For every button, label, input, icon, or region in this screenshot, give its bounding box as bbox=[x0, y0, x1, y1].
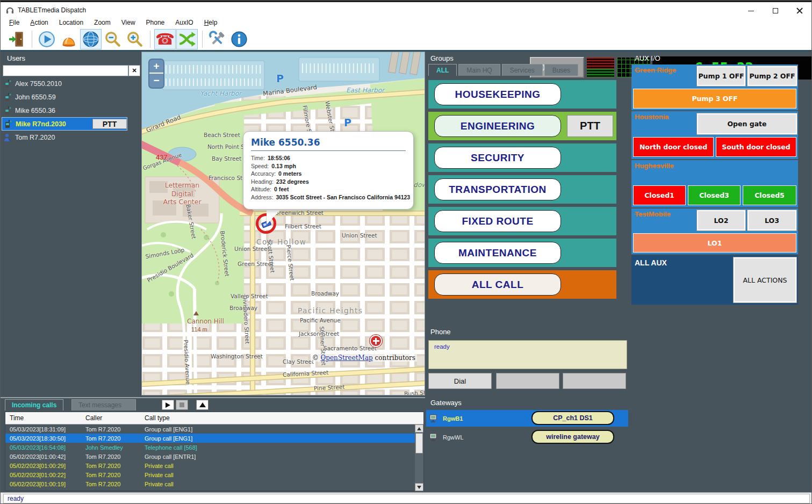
maximize-icon bbox=[773, 8, 778, 13]
group-call-button[interactable]: FIXED ROUTE bbox=[434, 210, 561, 232]
menu-view[interactable]: View bbox=[116, 17, 141, 28]
zoom-in-button[interactable] bbox=[124, 29, 146, 49]
map[interactable]: Yacht Harbor East Harbor Marina Boulevar… bbox=[141, 52, 425, 395]
osm-link[interactable]: OpenStreetMap bbox=[320, 354, 372, 362]
scroll-up-arrow[interactable] bbox=[415, 424, 423, 433]
tab-text-messages[interactable]: Text messages bbox=[71, 399, 136, 411]
aux-button[interactable]: Pump 2 OFF bbox=[748, 66, 797, 86]
menu-file[interactable]: File bbox=[4, 17, 25, 28]
group-row: ENGINEERING PTT bbox=[428, 112, 616, 140]
group-call-button[interactable]: TRANSPORTATION bbox=[434, 178, 561, 200]
aux-button[interactable]: LO2 bbox=[697, 210, 745, 231]
call-row[interactable]: 05/02/2023[01:00:42]Tom R7.2020Group cal… bbox=[5, 452, 415, 461]
zoom-in-icon bbox=[126, 30, 144, 48]
tab-main-hq[interactable]: Main HQ bbox=[458, 64, 500, 76]
dial-button[interactable]: Dial bbox=[428, 373, 492, 389]
user-item[interactable]: Alex 7550.2010 bbox=[2, 77, 127, 90]
scroll-down-arrow[interactable] bbox=[415, 483, 423, 491]
start-button[interactable] bbox=[36, 29, 58, 49]
aux-button[interactable]: Open gate bbox=[697, 113, 797, 134]
scroll-thumb[interactable] bbox=[415, 433, 423, 453]
aux-button[interactable]: LO1 bbox=[633, 233, 796, 253]
call-row[interactable]: 05/02/2023[01:00:29]Tom R7.2020Private c… bbox=[5, 461, 415, 470]
all-actions-button[interactable]: ALL ACTIONS bbox=[734, 257, 796, 303]
user-name: Mike R7nd.2030 bbox=[16, 120, 66, 128]
phone-button-3[interactable] bbox=[563, 373, 626, 389]
gateway-channel-button[interactable]: wireline gateway bbox=[531, 430, 614, 444]
stop-button[interactable] bbox=[176, 400, 188, 410]
group-row: TRANSPORTATION bbox=[428, 175, 616, 204]
crosspatch-button[interactable] bbox=[176, 29, 198, 49]
popup-tail bbox=[267, 208, 282, 225]
search-clear-button[interactable]: ✕ bbox=[128, 65, 140, 76]
aux-section-green-ridge: Green Ridge Pump 1 OFF Pump 2 OFF Pump 3… bbox=[631, 64, 798, 110]
menu-help[interactable]: Help bbox=[199, 17, 223, 28]
tab-services[interactable]: Services bbox=[502, 64, 543, 76]
call-row[interactable]: 05/02/2023[01:00:19]Tom R7.2020Private c… bbox=[5, 479, 415, 488]
user-ptt-button[interactable]: PTT bbox=[92, 119, 127, 129]
group-call-button[interactable]: HOUSEKEEPING bbox=[434, 83, 561, 105]
map-globe-button[interactable] bbox=[80, 29, 102, 49]
tab-all[interactable]: ALL bbox=[428, 64, 457, 76]
map-base bbox=[142, 52, 425, 395]
column-header[interactable]: Caller bbox=[81, 414, 140, 422]
aux-button[interactable]: LO3 bbox=[748, 210, 796, 231]
call-row[interactable]: 05/03/2023[16:54:08]John SmedleyTelephon… bbox=[5, 443, 415, 452]
users-search-input[interactable] bbox=[3, 65, 128, 76]
phone-button-2[interactable] bbox=[496, 373, 559, 389]
aux-button[interactable]: Pump 3 OFF bbox=[633, 89, 796, 109]
tab-buses[interactable]: Buses bbox=[544, 64, 578, 76]
phone-call-button[interactable] bbox=[154, 29, 176, 49]
aux-button[interactable]: Closed3 bbox=[688, 185, 741, 205]
tab-incoming-calls[interactable]: Incoming calls bbox=[5, 399, 63, 411]
tools-button[interactable] bbox=[206, 29, 228, 49]
group-call-button[interactable]: ENGINEERING bbox=[434, 115, 561, 137]
menu-action[interactable]: Action bbox=[25, 17, 53, 28]
gateway-name: RgwB1 bbox=[443, 415, 463, 422]
popup-field: Address:3035 Scott Street - San Francisc… bbox=[251, 194, 406, 200]
aux-button[interactable]: Closed1 bbox=[633, 185, 686, 205]
menu-location[interactable]: Location bbox=[54, 17, 89, 28]
menu-phone[interactable]: Phone bbox=[141, 17, 170, 28]
close-button[interactable] bbox=[787, 4, 811, 18]
crossover-arrows-icon bbox=[178, 30, 196, 48]
info-button[interactable] bbox=[228, 29, 250, 49]
radio-user-icon bbox=[4, 93, 11, 102]
parking-icon: P bbox=[344, 117, 351, 128]
scrollbar[interactable] bbox=[415, 424, 423, 491]
user-item[interactable]: Mike 6550.36 bbox=[2, 104, 127, 117]
call-row[interactable]: 05/03/2023[18:31:09]Tom R7.2020Group cal… bbox=[5, 424, 415, 434]
menu-auxio[interactable]: AuxIO bbox=[170, 17, 198, 28]
gateway-row[interactable]: RgwWL wireline gateway bbox=[426, 429, 628, 445]
maximize-button[interactable] bbox=[763, 4, 787, 18]
map-zoom-out-button[interactable]: − bbox=[149, 74, 163, 88]
column-header[interactable]: Time bbox=[5, 414, 81, 422]
aux-site-title: Hughesville bbox=[635, 162, 674, 170]
minimize-button[interactable] bbox=[739, 4, 763, 18]
exit-door-button[interactable] bbox=[6, 29, 27, 49]
user-item[interactable]: Tom R7.2020 bbox=[2, 131, 127, 144]
user-item-selected[interactable]: Mike R7nd.2030 PTT bbox=[2, 117, 127, 131]
aux-button[interactable]: South door closed bbox=[716, 137, 796, 157]
gateway-row[interactable]: RgwB1 CP_ch1 DS1 bbox=[426, 410, 628, 427]
collapse-up-button[interactable] bbox=[196, 400, 209, 410]
play-button[interactable] bbox=[162, 400, 174, 410]
aux-button[interactable]: Closed5 bbox=[743, 185, 796, 205]
zoom-out-button[interactable] bbox=[102, 29, 124, 49]
aux-button[interactable]: Pump 1 OFF bbox=[697, 66, 745, 86]
call-row[interactable]: 05/02/2023[01:00:22]Tom R7.2020Private c… bbox=[5, 470, 415, 479]
aux-header: AUX I/O bbox=[635, 54, 660, 62]
alert-siren-button[interactable] bbox=[58, 29, 80, 49]
all-call-button[interactable]: ALL CALL bbox=[434, 273, 561, 296]
group-call-button[interactable]: SECURITY bbox=[434, 147, 561, 169]
column-header[interactable]: Call type bbox=[140, 414, 423, 422]
popup-divider bbox=[251, 150, 406, 151]
call-row-selected[interactable]: 05/03/2023[18:30:50]Tom R7.2020Group cal… bbox=[5, 434, 415, 443]
map-zoom-in-button[interactable]: + bbox=[149, 60, 163, 74]
aux-button[interactable]: North door closed bbox=[633, 137, 714, 157]
user-item[interactable]: John 6550.59 bbox=[2, 90, 127, 104]
gateway-channel-button[interactable]: CP_ch1 DS1 bbox=[531, 411, 614, 425]
menu-zoom[interactable]: Zoom bbox=[89, 17, 116, 28]
group-call-button[interactable]: MAINTENANCE bbox=[434, 242, 561, 264]
group-ptt-button[interactable]: PTT bbox=[567, 115, 613, 137]
